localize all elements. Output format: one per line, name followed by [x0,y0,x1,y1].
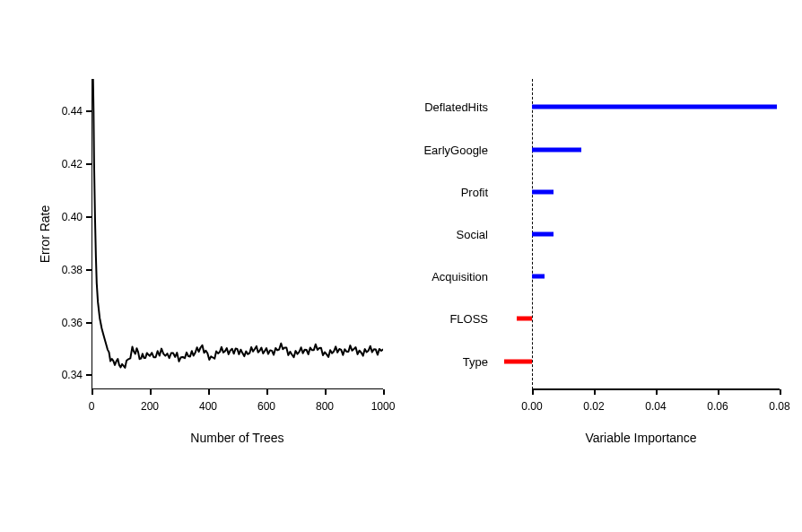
x-tick [92,389,93,395]
x-tick-label: 0.04 [645,400,666,413]
category-label: EarlyGoogle [423,144,488,157]
category-label: Social [457,228,488,241]
x-tick [266,389,268,395]
x-tick [656,389,658,395]
x-tick [208,389,210,395]
importance-bar [532,148,581,153]
x-tick-label: 600 [257,400,275,413]
y-tick-label: 0.42 [47,158,83,170]
importance-bar [504,360,532,364]
x-tick-label: 1000 [371,400,396,413]
x-axis-label-left: Number of Trees [92,431,383,445]
category-label: FLOSS [449,312,488,326]
x-tick [325,389,327,395]
importance-bar [532,190,554,195]
x-tick-label: 800 [316,400,334,413]
y-tick-label: 0.44 [47,105,83,118]
x-tick [718,389,719,395]
x-tick [594,389,596,395]
y-tick-label: 0.40 [47,211,83,223]
error-rate-line [92,79,383,389]
figure-root: Error Rate Number of Trees 0.34 0.36 0.3… [0,0,802,532]
importance-bar [532,275,545,279]
importance-bar [532,105,777,109]
category-label: Type [463,355,488,369]
x-tick-label: 0.00 [521,400,542,413]
category-label: DeflatedHits [424,100,488,114]
x-tick [780,389,781,395]
x-tick [150,389,152,395]
y-tick-label: 0.34 [47,369,83,381]
category-label: Profit [461,186,488,199]
y-tick-label: 0.38 [47,264,83,276]
x-tick-label: 200 [141,400,159,413]
y-tick-label: 0.36 [47,317,83,329]
x-axis-label-right: Variable Importance [495,431,787,445]
importance-bar [517,317,532,321]
x-tick-label: 0.02 [583,400,604,413]
y-axis-label-left: Error Rate [38,79,52,389]
x-tick-label: 400 [199,400,217,413]
category-label: Acquisition [432,270,488,283]
x-tick-label: 0 [89,400,95,413]
x-tick-label: 0.06 [707,400,728,413]
x-tick [383,389,385,395]
importance-bar [532,232,554,237]
x-tick-label: 0.08 [769,400,789,413]
x-tick [532,389,534,395]
